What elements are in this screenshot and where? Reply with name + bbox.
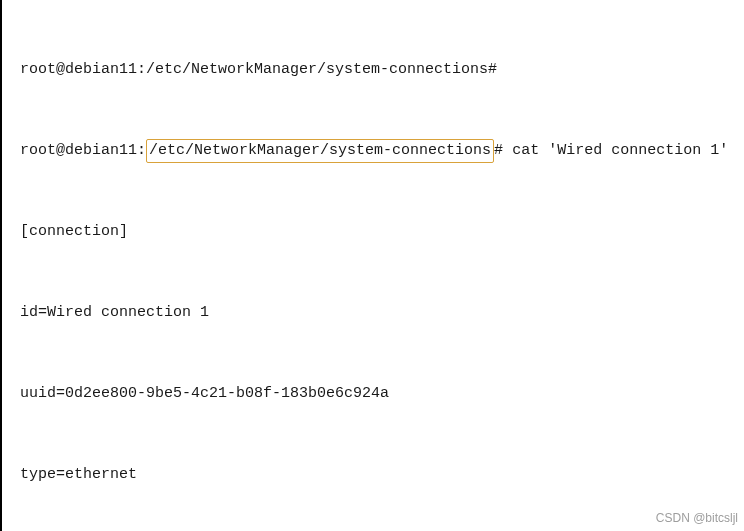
command-text: cat 'Wired connection 1'	[503, 142, 728, 159]
section-connection-header: [connection]	[4, 218, 744, 245]
prompt-line-1: root@debian11:/etc/NetworkManager/system…	[4, 56, 744, 83]
prompt-path: /etc/NetworkManager/system-connections	[146, 61, 488, 78]
highlighted-path: /etc/NetworkManager/system-connections	[146, 139, 494, 163]
watermark: CSDN @bitcsljl	[656, 511, 738, 525]
prompt-userhost: root@debian11	[20, 142, 137, 159]
conn-type: type=ethernet	[4, 461, 744, 488]
prompt-userhost: root@debian11	[20, 61, 137, 78]
prompt-line-2: root@debian11:/etc/NetworkManager/system…	[4, 137, 744, 164]
conn-id: id=Wired connection 1	[4, 299, 744, 326]
conn-uuid: uuid=0d2ee800-9be5-4c21-b08f-183b0e6c924…	[4, 380, 744, 407]
terminal-output: root@debian11:/etc/NetworkManager/system…	[0, 0, 744, 531]
